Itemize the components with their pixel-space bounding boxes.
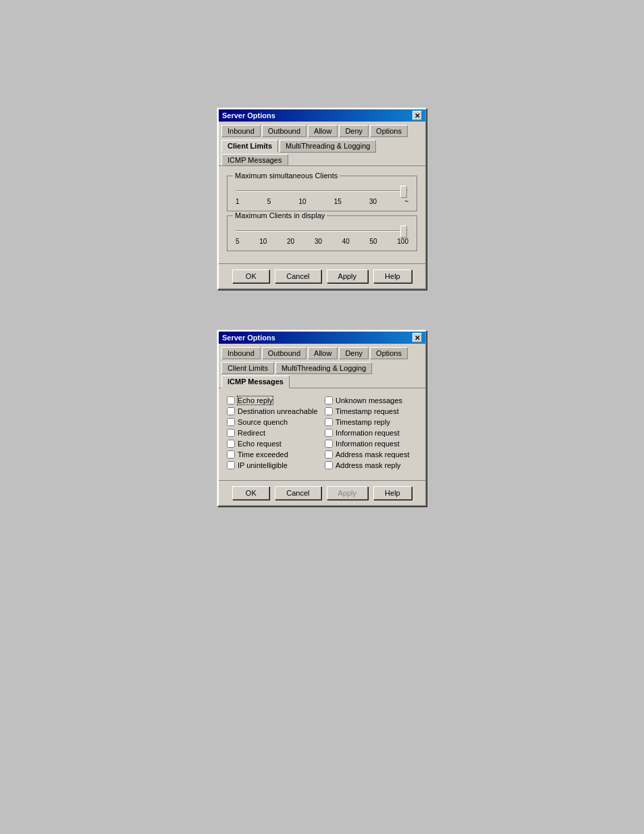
slider-d-label-3: 30 bbox=[315, 238, 322, 245]
checkbox-addr-mask-request-label: Address mask request bbox=[336, 450, 409, 459]
dialog1-ok-button[interactable]: OK bbox=[232, 269, 269, 283]
checkbox-addr-mask-reply: Address mask reply bbox=[325, 461, 417, 469]
group-max-simultaneous: Maximum simultaneous Clients 1 5 10 15 3… bbox=[227, 176, 417, 211]
checkbox-unknown-messages-input[interactable] bbox=[325, 396, 333, 405]
checkbox-source-quench: Source quench bbox=[227, 418, 319, 426]
slider-simultaneous-thumb[interactable] bbox=[400, 186, 407, 198]
slider-simultaneous-line bbox=[236, 190, 408, 192]
slider-label-2: 10 bbox=[298, 198, 306, 205]
slider-simultaneous-track bbox=[236, 186, 408, 197]
tab-icmp-1[interactable]: ICMP Messages bbox=[221, 154, 288, 166]
icmp-checkbox-grid: Echo reply Unknown messages Destination … bbox=[224, 394, 420, 472]
slider-simultaneous-container: 1 5 10 15 30 ~ bbox=[233, 186, 411, 205]
slider-display-line bbox=[236, 230, 408, 232]
dialog1-apply-button[interactable]: Apply bbox=[327, 269, 369, 283]
dialog2-content: Echo reply Unknown messages Destination … bbox=[219, 388, 425, 477]
checkbox-redirect-label: Redirect bbox=[238, 429, 265, 437]
checkbox-info-request-1-input[interactable] bbox=[325, 429, 333, 437]
dialog2-tabbar-row2: Client Limits MultiThreading & Logging I… bbox=[219, 359, 425, 388]
tab-clientlimits-1[interactable]: Client Limits bbox=[221, 140, 278, 153]
tab-clientlimits-2[interactable]: Client Limits bbox=[221, 362, 274, 374]
checkbox-timestamp-reply: Timestamp reply bbox=[325, 418, 417, 426]
checkbox-info-request-2-input[interactable] bbox=[325, 440, 333, 448]
checkbox-echo-reply: Echo reply bbox=[227, 396, 319, 405]
checkbox-ip-unintelligible: IP unintelligible bbox=[227, 461, 319, 469]
checkbox-info-request-2-label: Information request bbox=[336, 440, 400, 448]
checkbox-ip-unintelligible-input[interactable] bbox=[227, 461, 235, 469]
dialog1-button-bar: OK Cancel Apply Help bbox=[219, 263, 425, 288]
dialog2-title: Server Options bbox=[222, 334, 275, 342]
checkbox-time-exceeded: Time exceeded bbox=[227, 450, 319, 459]
checkbox-dest-unreachable-input[interactable] bbox=[227, 407, 235, 415]
tab-options-2[interactable]: Options bbox=[370, 347, 408, 359]
dialog1-close-button[interactable]: ✕ bbox=[412, 111, 422, 120]
checkbox-timestamp-request-label: Timestamp request bbox=[336, 407, 399, 415]
checkbox-source-quench-label: Source quench bbox=[238, 418, 288, 426]
slider-label-3: 15 bbox=[334, 198, 342, 205]
tab-options-1[interactable]: Options bbox=[370, 125, 408, 137]
slider-display-labels: 5 10 20 30 40 50 100 bbox=[233, 238, 411, 245]
slider-d-label-2: 20 bbox=[287, 238, 294, 245]
dialog1-window: Server Options ✕ Inbound Outbound Allow … bbox=[217, 108, 427, 290]
dialog1-help-button[interactable]: Help bbox=[373, 269, 412, 283]
slider-simultaneous-labels: 1 5 10 15 30 ~ bbox=[233, 198, 411, 205]
slider-d-label-4: 40 bbox=[342, 238, 350, 245]
checkbox-info-request-2: Information request bbox=[325, 440, 417, 448]
slider-label-1: 5 bbox=[267, 198, 271, 205]
tab-outbound-2[interactable]: Outbound bbox=[262, 347, 306, 359]
dialog1-titlebar: Server Options ✕ bbox=[219, 109, 425, 122]
slider-display-container: 5 10 20 30 40 50 100 bbox=[233, 226, 411, 245]
dialog2-apply-button[interactable]: Apply bbox=[327, 486, 369, 500]
checkbox-info-request-1-label: Information request bbox=[336, 429, 400, 437]
tab-icmp-2[interactable]: ICMP Messages bbox=[221, 375, 290, 388]
checkbox-echo-request: Echo request bbox=[227, 440, 319, 448]
checkbox-addr-mask-reply-label: Address mask reply bbox=[336, 461, 401, 469]
checkbox-source-quench-input[interactable] bbox=[227, 418, 235, 426]
checkbox-unknown-messages: Unknown messages bbox=[325, 396, 417, 405]
slider-label-5: ~ bbox=[404, 198, 408, 205]
group-max-display: Maximum Clients in display 5 10 20 30 40… bbox=[227, 215, 417, 251]
slider-d-label-5: 50 bbox=[370, 238, 377, 245]
dialog1-content: Maximum simultaneous Clients 1 5 10 15 3… bbox=[219, 166, 425, 261]
tab-inbound-1[interactable]: Inbound bbox=[221, 125, 261, 137]
dialog2-window: Server Options ✕ Inbound Outbound Allow … bbox=[217, 330, 427, 506]
slider-display-thumb[interactable] bbox=[400, 226, 407, 238]
dialog2-cancel-button[interactable]: Cancel bbox=[275, 486, 321, 500]
checkbox-echo-request-input[interactable] bbox=[227, 440, 235, 448]
group-max-display-label: Maximum Clients in display bbox=[233, 211, 327, 219]
group-max-simultaneous-label: Maximum simultaneous Clients bbox=[233, 172, 340, 180]
slider-d-label-0: 5 bbox=[236, 238, 240, 245]
checkbox-echo-request-label: Echo request bbox=[238, 440, 281, 448]
checkbox-info-request-1: Information request bbox=[325, 429, 417, 437]
dialog1-cancel-button[interactable]: Cancel bbox=[275, 269, 321, 283]
tab-allow-2[interactable]: Allow bbox=[308, 347, 338, 359]
dialog2-button-bar: OK Cancel Apply Help bbox=[219, 480, 425, 505]
slider-d-label-1: 10 bbox=[259, 238, 267, 245]
tab-deny-2[interactable]: Deny bbox=[339, 347, 369, 359]
checkbox-timestamp-reply-input[interactable] bbox=[325, 418, 333, 426]
checkbox-time-exceeded-input[interactable] bbox=[227, 450, 235, 459]
checkbox-echo-reply-input[interactable] bbox=[227, 396, 235, 405]
tab-multithreading-1[interactable]: MultiThreading & Logging bbox=[279, 140, 376, 153]
checkbox-ip-unintelligible-label: IP unintelligible bbox=[238, 461, 288, 469]
tab-outbound-1[interactable]: Outbound bbox=[262, 125, 306, 137]
dialog2-ok-button[interactable]: OK bbox=[232, 486, 269, 500]
dialog2-close-button[interactable]: ✕ bbox=[412, 333, 422, 342]
checkbox-addr-mask-reply-input[interactable] bbox=[325, 461, 333, 469]
dialog2-tabbar-row1: Inbound Outbound Allow Deny Options bbox=[219, 344, 425, 359]
checkbox-addr-mask-request-input[interactable] bbox=[325, 450, 333, 459]
dialog1-tabbar-row1: Inbound Outbound Allow Deny Options bbox=[219, 122, 425, 137]
tab-multithreading-2[interactable]: MultiThreading & Logging bbox=[275, 362, 372, 374]
dialog1-title: Server Options bbox=[222, 111, 275, 120]
checkbox-timestamp-request-input[interactable] bbox=[325, 407, 333, 415]
checkbox-dest-unreachable-label: Destination unreachable bbox=[238, 407, 318, 415]
checkbox-timestamp-request: Timestamp request bbox=[325, 407, 417, 415]
dialog1-tabbar-row2: Client Limits MultiThreading & Logging I… bbox=[219, 136, 425, 166]
tab-deny-1[interactable]: Deny bbox=[339, 125, 369, 137]
tab-inbound-2[interactable]: Inbound bbox=[221, 347, 261, 359]
slider-label-4: 30 bbox=[369, 198, 377, 205]
checkbox-dest-unreachable: Destination unreachable bbox=[227, 407, 319, 415]
dialog2-help-button[interactable]: Help bbox=[373, 486, 412, 500]
tab-allow-1[interactable]: Allow bbox=[308, 125, 338, 137]
checkbox-redirect-input[interactable] bbox=[227, 429, 235, 437]
